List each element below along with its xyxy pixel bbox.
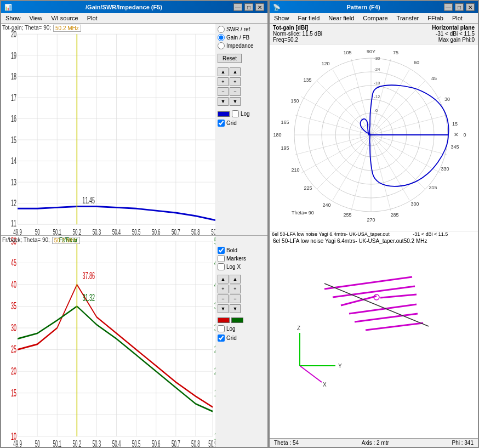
radio-impedance-input[interactable] (218, 42, 225, 49)
left-window-icon: 📊 (4, 4, 12, 11)
r-close-button[interactable]: ✕ (466, 3, 475, 11)
log-label-bottom: Log (226, 326, 236, 332)
check-log-top[interactable]: Log (232, 110, 250, 117)
r-menu-nearfield[interactable]: Near field (326, 14, 356, 22)
minimize-button[interactable]: — (233, 3, 242, 11)
svg-text:Y: Y (338, 363, 342, 369)
maximize-button[interactable]: □ (244, 3, 253, 11)
menu-vi-source[interactable]: V/I source (49, 14, 81, 22)
close-button[interactable]: ✕ (255, 3, 264, 11)
svg-text:-18: -18 (374, 81, 380, 86)
log-checkbox-bottom[interactable] (218, 325, 225, 332)
svg-text:210: 210 (291, 167, 299, 173)
r-menu-show[interactable]: Show (272, 14, 292, 22)
svg-text:50.6: 50.6 (152, 228, 161, 235)
bold-checkbox[interactable] (218, 247, 225, 254)
svg-text:0: 0 (463, 132, 466, 138)
minus-right-btn[interactable]: − (230, 87, 241, 96)
logx-checkbox[interactable] (218, 263, 225, 270)
plus-left-btn[interactable]: + (218, 77, 229, 86)
radio-impedance-label: Impedance (226, 43, 253, 49)
menu-view[interactable]: View (27, 14, 45, 22)
svg-text:19: 19 (11, 49, 16, 60)
svg-text:50.4: 50.4 (112, 439, 121, 447)
check-log-bottom[interactable]: Log (218, 325, 236, 332)
svg-text:50.3: 50.3 (93, 439, 101, 447)
svg-text:50.1: 50.1 (53, 228, 61, 235)
r-minimize-button[interactable]: — (444, 3, 453, 11)
check-bold-bottom[interactable]: Bold (218, 247, 246, 254)
menu-show[interactable]: Show (3, 14, 23, 22)
down-right-btn[interactable]: ▼ (230, 97, 241, 106)
minus-left-btn[interactable]: − (218, 87, 229, 96)
down-left-btn[interactable]: ▼ (218, 97, 229, 106)
r-menu-transfer[interactable]: Transfer (395, 14, 421, 22)
antenna-3d-view: Z Y X (270, 245, 478, 438)
freq-label: Freq=50.2 (273, 37, 322, 43)
svg-text:195: 195 (281, 145, 289, 151)
markers-checkbox[interactable] (218, 255, 225, 262)
svg-text:12: 12 (11, 197, 16, 208)
norm-slice-label: Norm-slice: 11.5 dBi (273, 31, 322, 37)
gain-chart: Tot-gain; Theta= 90; 50.2 MHz (1, 24, 215, 235)
svg-text:X: X (323, 382, 327, 388)
svg-text:17: 17 (11, 92, 16, 103)
check-grid-bottom[interactable]: Grid (218, 334, 237, 342)
blue-color-swatch (218, 111, 230, 117)
r-maximize-button[interactable]: □ (455, 3, 464, 11)
b-minus-right-btn[interactable]: − (230, 294, 241, 303)
svg-text:Theta= 90: Theta= 90 (292, 210, 314, 216)
plane-label: Horizontal plane (432, 25, 475, 31)
max-gain-label: Max gain Phi:0 (432, 37, 475, 43)
bottom-colors (218, 317, 243, 323)
menu-plot[interactable]: Plot (85, 14, 100, 22)
check-grid-top[interactable]: Grid (218, 120, 237, 127)
b-plus-left-btn[interactable]: + (218, 285, 229, 293)
svg-text:50.4: 50.4 (112, 228, 121, 235)
radio-impedance[interactable]: Impedance (218, 42, 253, 49)
top-chart-sidebar: SWR / ref Gain / FB Impedance Reset ▲ (215, 24, 267, 235)
grid-checkbox-top[interactable] (218, 120, 225, 127)
log-checkbox-top[interactable] (232, 110, 239, 117)
reset-button[interactable]: Reset (218, 54, 242, 63)
gain-freq-box: 50.2 MHz (53, 25, 81, 32)
arrow-btn-group: ▲ ▲ + + − − ▼ ▼ (218, 67, 241, 106)
r-menu-fftab[interactable]: FFtab (425, 14, 446, 22)
bottom-chart-sidebar: Bold Markers Log X ▲ ▲ (215, 236, 267, 447)
check-markers-bottom[interactable]: Markers (218, 255, 246, 262)
svg-text:50.9: 50.9 (208, 439, 215, 447)
left-window-controls: — □ ✕ (233, 3, 264, 11)
tot-gain-label: Tot-gain [dBi] (273, 25, 322, 31)
svg-text:30: 30 (214, 322, 215, 333)
r-menu-farfield[interactable]: Far field (296, 14, 322, 22)
pattern-info-right: Horizontal plane -31 < dBi < 11.5 Max ga… (432, 25, 475, 43)
radio-gain-input[interactable] (218, 34, 225, 41)
antenna-desc-line: 6el 50-LFA low noise Yagi 6.4mtrs- UK-US… (270, 231, 478, 237)
frback-chart-label: Fr/back; Theta= 90; (2, 237, 50, 244)
right-window-title: Pattern (F4) (346, 4, 380, 10)
b-minus-left-btn[interactable]: − (218, 294, 229, 303)
b-down-left-btn[interactable]: ▼ (218, 304, 229, 313)
r-menu-compare[interactable]: Compare (361, 14, 390, 22)
check-logx-bottom[interactable]: Log X (218, 263, 246, 270)
bottom-checkboxes: Bold Markers Log X (218, 247, 246, 270)
plus-right-btn[interactable]: + (230, 77, 241, 86)
pattern-header: Tot-gain [dBi] Norm-slice: 11.5 dBi Freq… (270, 24, 478, 44)
frback-chart-title: Fr/back; Theta= 90; 50.2 MHz Fr/Rear (2, 237, 80, 244)
svg-text:-6: -6 (374, 108, 378, 113)
radio-swr[interactable]: SWR / ref (218, 26, 253, 33)
up-left-btn[interactable]: ▲ (218, 67, 229, 76)
up-right-btn[interactable]: ▲ (230, 67, 241, 76)
b-plus-right-btn[interactable]: + (230, 285, 241, 293)
grid-checkbox-bottom[interactable] (218, 334, 225, 342)
b-down-right-btn[interactable]: ▼ (230, 304, 241, 313)
logx-label: Log X (226, 264, 241, 270)
radio-gain[interactable]: Gain / FB (218, 34, 253, 41)
svg-text:40: 40 (214, 279, 215, 290)
b-up-left-btn[interactable]: ▲ (218, 275, 229, 283)
r-menu-plot[interactable]: Plot (450, 14, 465, 22)
polar-chart-container: 90Y 75 60 45 30 15 0 345 330 315 300 285… (270, 44, 478, 231)
radio-swr-input[interactable] (218, 26, 225, 33)
svg-text:50.2: 50.2 (73, 439, 82, 447)
b-up-right-btn[interactable]: ▲ (230, 275, 241, 283)
